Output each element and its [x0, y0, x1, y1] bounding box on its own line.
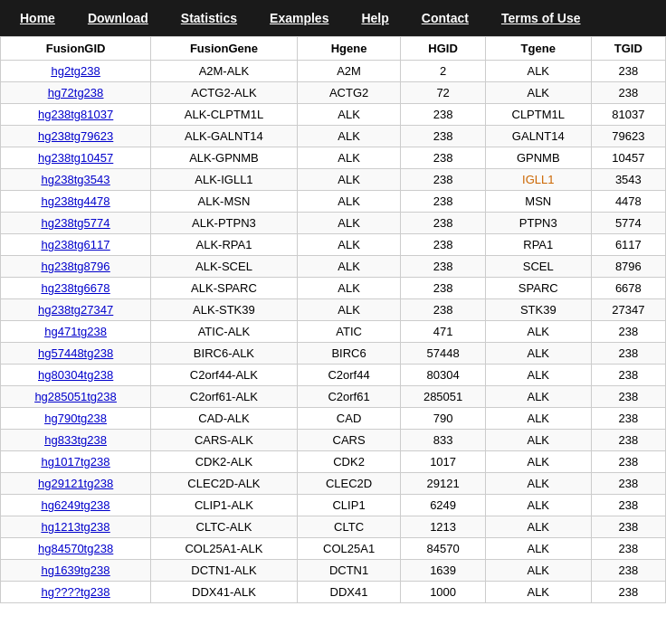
fusion-gid-cell[interactable]: hg1213tg238 [1, 516, 151, 538]
fusion-gid-link[interactable]: hg238tg3543 [42, 173, 110, 186]
nav-link-home[interactable]: Home [4, 11, 71, 25]
hgene-cell: ALK [297, 104, 401, 126]
fusion-gid-cell[interactable]: hg29121tg238 [1, 473, 151, 495]
tgene-cell: MSN [485, 191, 591, 213]
fusion-gid-cell[interactable]: hg238tg3543 [1, 169, 151, 191]
table-row: hg238tg81037ALK-CLPTM1LALK238CLPTM1L8103… [1, 104, 666, 126]
table-row: hg238tg10457ALK-GPNMBALK238GPNMB10457 [1, 147, 666, 169]
table-row: hg238tg3543ALK-IGLL1ALK238IGLL13543 [1, 169, 666, 191]
tgid-cell: 238 [591, 582, 665, 603]
fusion-gid-link[interactable]: hg285051tg238 [34, 390, 116, 403]
fusion-gid-cell[interactable]: hg1639tg238 [1, 560, 151, 582]
fusion-gid-cell[interactable]: hg2tg238 [1, 61, 151, 82]
fusion-gid-link[interactable]: hg238tg81037 [38, 108, 113, 121]
fusion-gid-cell[interactable]: hg57448tg238 [1, 343, 151, 365]
fusion-gid-link[interactable]: hg238tg10457 [38, 151, 113, 165]
nav-link-statistics[interactable]: Statistics [165, 11, 253, 25]
fusion-gid-cell[interactable]: hg84570tg238 [1, 538, 151, 560]
fusion-gid-link[interactable]: hg238tg79623 [38, 129, 113, 143]
fusion-gid-link[interactable]: hg6249tg238 [42, 498, 110, 512]
fusion-gid-link[interactable]: hg2tg238 [51, 64, 100, 78]
fusion-gene-cell: A2M-ALK [151, 61, 298, 82]
nav-link-terms-of-use[interactable]: Terms of Use [485, 11, 597, 25]
fusion-gene-cell: CLIP1-ALK [151, 495, 298, 516]
fusion-gid-link[interactable]: hg238tg5774 [42, 216, 110, 230]
hgene-cell: ALK [297, 213, 401, 234]
hgid-cell: 84570 [401, 538, 485, 560]
tgene-cell: PTPN3 [485, 213, 591, 234]
nav-link-help[interactable]: Help [345, 11, 404, 25]
tgid-cell: 238 [591, 473, 665, 495]
hgene-cell: ALK [297, 126, 401, 147]
fusion-gid-link[interactable]: hg????tg238 [42, 585, 110, 599]
fusion-gid-cell[interactable]: hg238tg27347 [1, 299, 151, 321]
fusion-gid-cell[interactable]: hg285051tg238 [1, 386, 151, 408]
column-header-tgid: TGID [591, 37, 665, 61]
fusion-gid-link[interactable]: hg1639tg238 [42, 564, 110, 577]
fusion-gid-link[interactable]: hg1017tg238 [42, 455, 110, 469]
fusion-gid-link[interactable]: hg57448tg238 [38, 346, 113, 360]
fusion-gid-cell[interactable]: hg238tg6117 [1, 234, 151, 256]
fusion-gid-cell[interactable]: hg238tg81037 [1, 104, 151, 126]
fusion-gid-cell[interactable]: hg238tg4478 [1, 191, 151, 213]
tgid-cell: 238 [591, 451, 665, 473]
fusion-gid-cell[interactable]: hg238tg10457 [1, 147, 151, 169]
fusion-gid-link[interactable]: hg72tg238 [48, 86, 103, 99]
fusion-gid-cell[interactable]: hg238tg8796 [1, 256, 151, 278]
fusion-gid-link[interactable]: hg790tg238 [44, 412, 107, 425]
fusion-gid-cell[interactable]: hg790tg238 [1, 408, 151, 430]
tgid-cell: 238 [591, 61, 665, 82]
fusion-gid-cell[interactable]: hg1017tg238 [1, 451, 151, 473]
table-row: hg2tg238A2M-ALKA2M2ALK238 [1, 61, 666, 82]
tgene-cell: ALK [485, 473, 591, 495]
table-container: FusionGIDFusionGeneHgeneHGIDTgeneTGID hg… [0, 36, 666, 603]
fusion-gid-link[interactable]: hg84570tg238 [38, 542, 113, 555]
fusion-gid-link[interactable]: hg29121tg238 [38, 477, 113, 490]
fusion-gid-link[interactable]: hg238tg6117 [42, 238, 110, 251]
fusion-gid-link[interactable]: hg238tg8796 [42, 260, 110, 273]
fusion-gid-cell[interactable]: hg6249tg238 [1, 495, 151, 516]
hgene-cell: DDX41 [297, 582, 401, 603]
tgene-cell: ALK [485, 365, 591, 386]
hgid-cell: 238 [401, 126, 485, 147]
fusion-gid-cell[interactable]: hg????tg238 [1, 582, 151, 603]
table-row: hg471tg238ATIC-ALKATIC471ALK238 [1, 321, 666, 343]
fusion-gid-cell[interactable]: hg72tg238 [1, 82, 151, 104]
tgid-cell: 3543 [591, 169, 665, 191]
nav-link-download[interactable]: Download [71, 11, 165, 25]
fusion-gid-cell[interactable]: hg238tg5774 [1, 213, 151, 234]
fusion-gid-link[interactable]: hg1213tg238 [42, 520, 110, 534]
tgene-cell: ALK [485, 321, 591, 343]
nav-link-contact[interactable]: Contact [405, 11, 485, 25]
hgid-cell: 238 [401, 169, 485, 191]
tgid-cell: 81037 [591, 104, 665, 126]
fusion-gid-link[interactable]: hg238tg6678 [42, 281, 110, 295]
hgid-cell: 471 [401, 321, 485, 343]
tgene-cell: ALK [485, 61, 591, 82]
tgid-cell: 8796 [591, 256, 665, 278]
fusion-gid-link[interactable]: hg80304tg238 [38, 368, 113, 382]
hgene-cell: ALK [297, 278, 401, 299]
fusion-gene-cell: ALK-STK39 [151, 299, 298, 321]
tgid-cell: 238 [591, 516, 665, 538]
fusion-gid-link[interactable]: hg833tg238 [44, 433, 107, 447]
table-row: hg285051tg238C2orf61-ALKC2orf61285051ALK… [1, 386, 666, 408]
fusion-gid-cell[interactable]: hg471tg238 [1, 321, 151, 343]
fusion-gid-link[interactable]: hg238tg4478 [42, 194, 110, 208]
fusion-gid-cell[interactable]: hg238tg79623 [1, 126, 151, 147]
fusion-gid-link[interactable]: hg238tg27347 [38, 303, 113, 317]
nav-link-examples[interactable]: Examples [253, 11, 345, 25]
tgene-cell: IGLL1 [485, 169, 591, 191]
fusion-gid-cell[interactable]: hg238tg6678 [1, 278, 151, 299]
fusion-gene-cell: ALK-SCEL [151, 256, 298, 278]
fusion-gid-cell[interactable]: hg833tg238 [1, 430, 151, 451]
tgene-cell: ALK [485, 582, 591, 603]
hgene-cell: CLEC2D [297, 473, 401, 495]
tgene-cell: ALK [485, 538, 591, 560]
fusion-gid-link[interactable]: hg471tg238 [44, 325, 107, 338]
tgene-cell: ALK [485, 495, 591, 516]
fusion-table: FusionGIDFusionGeneHgeneHGIDTgeneTGID hg… [0, 36, 666, 603]
fusion-gene-cell: ALK-PTPN3 [151, 213, 298, 234]
fusion-gene-cell: BIRC6-ALK [151, 343, 298, 365]
fusion-gid-cell[interactable]: hg80304tg238 [1, 365, 151, 386]
